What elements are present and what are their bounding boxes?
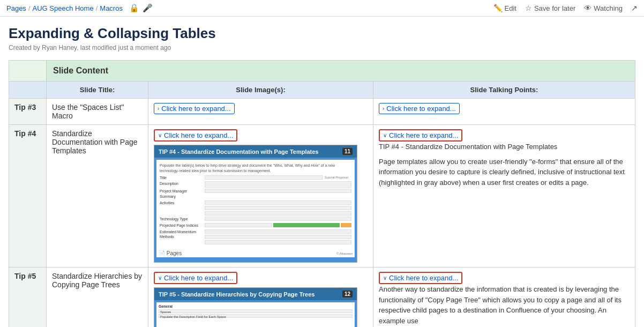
slide4-field-title bbox=[205, 175, 323, 180]
slide4-proj-field3 bbox=[341, 223, 351, 227]
tip3-title: Use the "Spaces List" Macro bbox=[47, 99, 148, 125]
slide4-form-row7: Estimated Momentum Methods bbox=[160, 229, 351, 244]
section-header-empty bbox=[9, 61, 47, 81]
slide4-estimated-col bbox=[205, 229, 351, 244]
breadcrumb-sep-2: / bbox=[96, 4, 98, 12]
slide4-field-desc bbox=[205, 181, 351, 188]
slide4-body: Populate the table(s) below to help driv… bbox=[156, 160, 355, 257]
edit-icon: ✏️ bbox=[493, 4, 503, 12]
tip4-talking-expand[interactable]: ∨ Click here to expand... bbox=[379, 129, 462, 142]
tip4-talking-text: TIP #4 - Standardize Documentation with … bbox=[379, 142, 630, 188]
page-meta: Created by Ryan Haney, last modified jus… bbox=[9, 44, 635, 51]
watching-button[interactable]: 👁 Watching bbox=[584, 4, 623, 12]
slide4-form-row5: Technology Type bbox=[160, 217, 351, 222]
slide4-estimated2 bbox=[205, 235, 351, 239]
slide5-col-general: General Spaces Populate the Description … bbox=[159, 304, 353, 319]
slide4-body-inner: Populate the table(s) below to help driv… bbox=[160, 163, 351, 244]
slide4-form-row4: Activities bbox=[160, 200, 351, 215]
expand-chevron-icon: ∨ bbox=[383, 132, 387, 138]
edit-label: Edit bbox=[505, 4, 516, 12]
tip5-talking-expand-label: Click here to expand... bbox=[389, 274, 458, 282]
slide4-estimated1 bbox=[205, 229, 351, 234]
slide4-label-tech: Technology Type bbox=[160, 217, 203, 222]
slide4-activity3 bbox=[205, 211, 351, 215]
slide4-label-pm: Project Manager Summary bbox=[160, 189, 203, 199]
slide4-estimated3 bbox=[205, 240, 351, 244]
breadcrumb-pages[interactable]: Pages bbox=[6, 4, 26, 12]
breadcrumb-aug[interactable]: AUG Speech Home bbox=[33, 4, 94, 12]
section-header-row: Slide Content bbox=[9, 61, 635, 81]
mic-icon[interactable]: 🎤 bbox=[143, 3, 153, 13]
edit-button[interactable]: ✏️ Edit bbox=[493, 4, 516, 12]
slide5-title-bar: TIP #5 - Standardize Hierarchies by Copy… bbox=[154, 288, 357, 300]
star-icon: ☆ bbox=[525, 4, 532, 12]
page-title: Expanding & Collapsing Tables bbox=[9, 25, 635, 42]
main-table: Slide Content Slide Title: Slide Image(s… bbox=[9, 60, 635, 327]
share-button[interactable]: ↗ bbox=[631, 4, 638, 12]
slide4-form-row2: Description bbox=[160, 181, 351, 188]
slide4-footer-text: © Atlassian bbox=[336, 252, 353, 255]
tip3-talking: › Click here to expand... bbox=[373, 99, 635, 125]
tip4-images: ∨ Click here to expand... TIP #4 - Stand… bbox=[148, 125, 373, 267]
share-icon: ↗ bbox=[631, 4, 638, 12]
watching-label: Watching bbox=[594, 4, 623, 12]
slide5-item-spaces: Spaces bbox=[159, 309, 353, 313]
tip5-images: ∨ Click here to expand... TIP #5 - Stand… bbox=[148, 267, 373, 328]
expand-chevron-icon: ∨ bbox=[383, 275, 387, 281]
slide4-field-pm bbox=[205, 189, 351, 193]
save-for-later-button[interactable]: ☆ Save for later bbox=[525, 4, 575, 12]
tip3-images-expand[interactable]: › Click here to expand... bbox=[154, 103, 235, 114]
expand-chevron-icon: ∨ bbox=[158, 275, 162, 281]
slide4-title: TIP #4 - Standardize Documentation with … bbox=[159, 148, 319, 155]
tip5-talking-body: Another way to standardize the informati… bbox=[379, 284, 630, 326]
tip5-talking-text: Another way to standardize the informati… bbox=[379, 284, 630, 326]
slide5-number: 12 bbox=[342, 291, 353, 298]
slide4-footer: 📄 Pages © Atlassian bbox=[159, 250, 353, 256]
tip4-images-expand[interactable]: ∨ Click here to expand... bbox=[154, 129, 237, 142]
col-tip bbox=[9, 81, 47, 99]
slide4-activity2 bbox=[205, 206, 351, 210]
page-header: Expanding & Collapsing Tables Created by… bbox=[0, 17, 644, 56]
slide5-body: General Spaces Populate the Description … bbox=[156, 302, 355, 327]
slide4-label-activities: Activities bbox=[160, 200, 203, 215]
lock-icon[interactable]: 🔒 bbox=[129, 3, 139, 13]
tip4-slide-preview: TIP #4 - Standardize Documentation with … bbox=[154, 145, 357, 263]
breadcrumb-sep-1: / bbox=[28, 4, 31, 12]
expand-chevron-icon: ∨ bbox=[158, 132, 162, 138]
slide4-form-row3: Project Manager Summary bbox=[160, 189, 351, 199]
slide4-proj-field2 bbox=[273, 223, 340, 227]
slide4-form-row6: Projected Page Indices bbox=[160, 223, 351, 228]
slide5-cols: General Spaces Populate the Description … bbox=[159, 304, 353, 319]
slide4-proj-field1 bbox=[205, 223, 272, 227]
slide4-field-tech bbox=[205, 217, 351, 221]
slide4-pages-icon: 📄 Pages bbox=[159, 250, 182, 256]
tip3-talking-expand[interactable]: › Click here to expand... bbox=[379, 103, 460, 114]
slide4-proj-fields bbox=[205, 223, 351, 228]
col-title: Slide Title: bbox=[47, 81, 148, 99]
tip3-images-expand-label: Click here to expand... bbox=[161, 105, 230, 113]
slide5-title: TIP #5 - Standardize Hierarchies by Copy… bbox=[159, 291, 314, 298]
table-row: Tip #5 Standardize Hierarchies by Copyin… bbox=[9, 267, 635, 328]
watch-icon: 👁 bbox=[584, 4, 591, 12]
breadcrumb-macros[interactable]: Macros bbox=[100, 4, 123, 12]
slide4-label-title: Title bbox=[160, 175, 203, 181]
slide4-submit: Submit Proposal bbox=[325, 175, 351, 181]
slide4-number: 11 bbox=[342, 148, 353, 155]
slide5-item-populate: Populate the Description Field for Each … bbox=[159, 314, 353, 318]
expand-arrow-icon: › bbox=[383, 106, 384, 112]
tip4-talking-expand-label: Click here to expand... bbox=[389, 131, 458, 139]
tip3-images: › Click here to expand... bbox=[148, 99, 373, 125]
table-row: Tip #4 Standardize Documentation with Pa… bbox=[9, 125, 635, 267]
tip4-talking: ∨ Click here to expand... TIP #4 - Stand… bbox=[373, 125, 635, 267]
slide4-activity1 bbox=[205, 200, 351, 205]
tip4-talking-header: TIP #4 - Standardize Documentation with … bbox=[379, 142, 630, 152]
tip3-talking-expand-label: Click here to expand... bbox=[386, 105, 455, 113]
tip5-talking-expand[interactable]: ∨ Click here to expand... bbox=[379, 272, 462, 284]
col-images: Slide Image(s): bbox=[148, 81, 373, 99]
breadcrumb-icons: 🔒 🎤 bbox=[129, 3, 153, 13]
tip4-images-expand-label: Click here to expand... bbox=[164, 131, 233, 139]
tip5-images-expand[interactable]: ∨ Click here to expand... bbox=[154, 272, 237, 284]
col-talking: Slide Talking Points: bbox=[373, 81, 635, 99]
expand-arrow-icon: › bbox=[158, 106, 159, 112]
nav-actions: ✏️ Edit ☆ Save for later 👁 Watching ↗ bbox=[493, 4, 638, 12]
